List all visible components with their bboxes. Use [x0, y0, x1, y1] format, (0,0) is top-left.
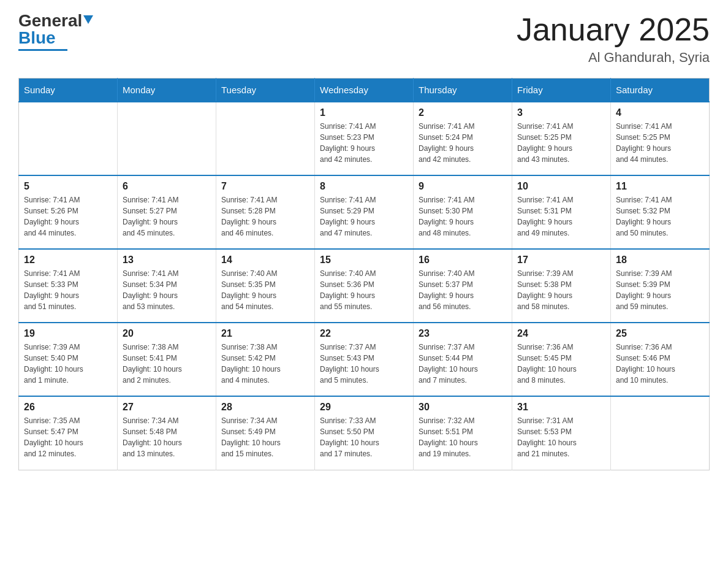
day-info: Sunrise: 7:41 AM Sunset: 5:30 PM Dayligh… — [419, 194, 507, 239]
calendar-cell: 14Sunrise: 7:40 AM Sunset: 5:35 PM Dayli… — [216, 249, 315, 323]
calendar-cell: 11Sunrise: 7:41 AM Sunset: 5:32 PM Dayli… — [611, 175, 710, 249]
calendar-cell: 22Sunrise: 7:37 AM Sunset: 5:43 PM Dayli… — [315, 323, 414, 396]
day-info: Sunrise: 7:38 AM Sunset: 5:41 PM Dayligh… — [123, 342, 211, 386]
day-info: Sunrise: 7:41 AM Sunset: 5:27 PM Dayligh… — [123, 194, 211, 239]
page-header: General Blue January 2025 Al Ghandurah, … — [18, 12, 710, 66]
calendar-cell: 26Sunrise: 7:35 AM Sunset: 5:47 PM Dayli… — [19, 396, 118, 470]
day-number: 13 — [123, 255, 211, 266]
day-info: Sunrise: 7:34 AM Sunset: 5:49 PM Dayligh… — [221, 415, 309, 459]
day-info: Sunrise: 7:41 AM Sunset: 5:28 PM Dayligh… — [221, 194, 309, 239]
day-info: Sunrise: 7:36 AM Sunset: 5:45 PM Dayligh… — [517, 342, 605, 386]
week-row-1: 1Sunrise: 7:41 AM Sunset: 5:23 PM Daylig… — [19, 102, 710, 175]
day-info: Sunrise: 7:37 AM Sunset: 5:44 PM Dayligh… — [419, 342, 507, 386]
week-row-3: 12Sunrise: 7:41 AM Sunset: 5:33 PM Dayli… — [19, 249, 710, 323]
day-info: Sunrise: 7:41 AM Sunset: 5:23 PM Dayligh… — [320, 121, 408, 165]
calendar-cell — [611, 396, 710, 470]
calendar-cell: 7Sunrise: 7:41 AM Sunset: 5:28 PM Daylig… — [216, 175, 315, 249]
calendar-cell — [216, 102, 315, 175]
day-number: 31 — [517, 402, 605, 413]
day-info: Sunrise: 7:41 AM Sunset: 5:25 PM Dayligh… — [616, 121, 704, 165]
day-number: 4 — [616, 107, 704, 118]
calendar-subtitle: Al Ghandurah, Syria — [517, 50, 710, 66]
title-block: January 2025 Al Ghandurah, Syria — [517, 12, 710, 66]
calendar-cell: 27Sunrise: 7:34 AM Sunset: 5:48 PM Dayli… — [118, 396, 216, 470]
logo-triangle-icon — [83, 15, 93, 24]
calendar-cell: 31Sunrise: 7:31 AM Sunset: 5:53 PM Dayli… — [512, 396, 611, 470]
day-info: Sunrise: 7:41 AM Sunset: 5:33 PM Dayligh… — [24, 268, 112, 312]
calendar-body: 1Sunrise: 7:41 AM Sunset: 5:23 PM Daylig… — [19, 102, 710, 470]
calendar-cell: 2Sunrise: 7:41 AM Sunset: 5:24 PM Daylig… — [414, 102, 512, 175]
calendar-cell: 16Sunrise: 7:40 AM Sunset: 5:37 PM Dayli… — [414, 249, 512, 323]
day-number: 30 — [419, 402, 507, 413]
day-info: Sunrise: 7:39 AM Sunset: 5:38 PM Dayligh… — [517, 268, 605, 312]
day-info: Sunrise: 7:33 AM Sunset: 5:50 PM Dayligh… — [320, 415, 408, 459]
calendar-cell: 24Sunrise: 7:36 AM Sunset: 5:45 PM Dayli… — [512, 323, 611, 396]
calendar-cell: 30Sunrise: 7:32 AM Sunset: 5:51 PM Dayli… — [414, 396, 512, 470]
day-info: Sunrise: 7:31 AM Sunset: 5:53 PM Dayligh… — [517, 415, 605, 459]
calendar-table: SundayMondayTuesdayWednesdayThursdayFrid… — [18, 78, 710, 470]
day-number: 17 — [517, 255, 605, 266]
day-number: 7 — [221, 181, 309, 192]
day-info: Sunrise: 7:39 AM Sunset: 5:39 PM Dayligh… — [616, 268, 704, 312]
calendar-cell: 19Sunrise: 7:39 AM Sunset: 5:40 PM Dayli… — [19, 323, 118, 396]
day-number: 16 — [419, 255, 507, 266]
day-number: 12 — [24, 255, 112, 266]
day-number: 27 — [123, 402, 211, 413]
calendar-cell: 21Sunrise: 7:38 AM Sunset: 5:42 PM Dayli… — [216, 323, 315, 396]
day-number: 3 — [517, 107, 605, 118]
calendar-cell: 13Sunrise: 7:41 AM Sunset: 5:34 PM Dayli… — [118, 249, 216, 323]
calendar-cell: 18Sunrise: 7:39 AM Sunset: 5:39 PM Dayli… — [611, 249, 710, 323]
day-info: Sunrise: 7:38 AM Sunset: 5:42 PM Dayligh… — [221, 342, 309, 386]
day-info: Sunrise: 7:41 AM Sunset: 5:29 PM Dayligh… — [320, 194, 408, 239]
calendar-cell: 6Sunrise: 7:41 AM Sunset: 5:27 PM Daylig… — [118, 175, 216, 249]
day-number: 26 — [24, 402, 112, 413]
logo-blue: Blue — [18, 28, 56, 47]
calendar-cell: 8Sunrise: 7:41 AM Sunset: 5:29 PM Daylig… — [315, 175, 414, 249]
day-number: 29 — [320, 402, 408, 413]
day-number: 6 — [123, 181, 211, 192]
calendar-cell: 29Sunrise: 7:33 AM Sunset: 5:50 PM Dayli… — [315, 396, 414, 470]
day-number: 25 — [616, 328, 704, 339]
header-friday: Friday — [512, 79, 611, 102]
day-number: 23 — [419, 328, 507, 339]
day-info: Sunrise: 7:40 AM Sunset: 5:36 PM Dayligh… — [320, 268, 408, 312]
day-number: 9 — [419, 181, 507, 192]
calendar-cell: 28Sunrise: 7:34 AM Sunset: 5:49 PM Dayli… — [216, 396, 315, 470]
day-number: 22 — [320, 328, 408, 339]
day-info: Sunrise: 7:41 AM Sunset: 5:24 PM Dayligh… — [419, 121, 507, 165]
day-number: 15 — [320, 255, 408, 266]
header-sunday: Sunday — [19, 79, 118, 102]
day-info: Sunrise: 7:40 AM Sunset: 5:35 PM Dayligh… — [221, 268, 309, 312]
week-row-4: 19Sunrise: 7:39 AM Sunset: 5:40 PM Dayli… — [19, 323, 710, 396]
day-info: Sunrise: 7:32 AM Sunset: 5:51 PM Dayligh… — [419, 415, 507, 459]
calendar-cell: 12Sunrise: 7:41 AM Sunset: 5:33 PM Dayli… — [19, 249, 118, 323]
day-info: Sunrise: 7:41 AM Sunset: 5:26 PM Dayligh… — [24, 194, 112, 239]
day-info: Sunrise: 7:36 AM Sunset: 5:46 PM Dayligh… — [616, 342, 704, 386]
day-number: 20 — [123, 328, 211, 339]
day-number: 24 — [517, 328, 605, 339]
calendar-cell: 15Sunrise: 7:40 AM Sunset: 5:36 PM Dayli… — [315, 249, 414, 323]
calendar-cell — [19, 102, 118, 175]
day-info: Sunrise: 7:41 AM Sunset: 5:34 PM Dayligh… — [123, 268, 211, 312]
calendar-cell: 3Sunrise: 7:41 AM Sunset: 5:25 PM Daylig… — [512, 102, 611, 175]
day-number: 2 — [419, 107, 507, 118]
day-number: 18 — [616, 255, 704, 266]
calendar-cell: 20Sunrise: 7:38 AM Sunset: 5:41 PM Dayli… — [118, 323, 216, 396]
calendar-cell: 9Sunrise: 7:41 AM Sunset: 5:30 PM Daylig… — [414, 175, 512, 249]
day-number: 21 — [221, 328, 309, 339]
header-wednesday: Wednesday — [315, 79, 414, 102]
calendar-cell: 23Sunrise: 7:37 AM Sunset: 5:44 PM Dayli… — [414, 323, 512, 396]
week-row-2: 5Sunrise: 7:41 AM Sunset: 5:26 PM Daylig… — [19, 175, 710, 249]
calendar-cell: 25Sunrise: 7:36 AM Sunset: 5:46 PM Dayli… — [611, 323, 710, 396]
day-number: 19 — [24, 328, 112, 339]
day-info: Sunrise: 7:41 AM Sunset: 5:32 PM Dayligh… — [616, 194, 704, 239]
calendar-cell: 10Sunrise: 7:41 AM Sunset: 5:31 PM Dayli… — [512, 175, 611, 249]
calendar-cell: 5Sunrise: 7:41 AM Sunset: 5:26 PM Daylig… — [19, 175, 118, 249]
header-thursday: Thursday — [414, 79, 512, 102]
logo-underline — [18, 49, 67, 51]
logo-general: General — [18, 11, 82, 30]
day-info: Sunrise: 7:35 AM Sunset: 5:47 PM Dayligh… — [24, 415, 112, 459]
header-tuesday: Tuesday — [216, 79, 315, 102]
calendar-cell: 1Sunrise: 7:41 AM Sunset: 5:23 PM Daylig… — [315, 102, 414, 175]
header-monday: Monday — [118, 79, 216, 102]
